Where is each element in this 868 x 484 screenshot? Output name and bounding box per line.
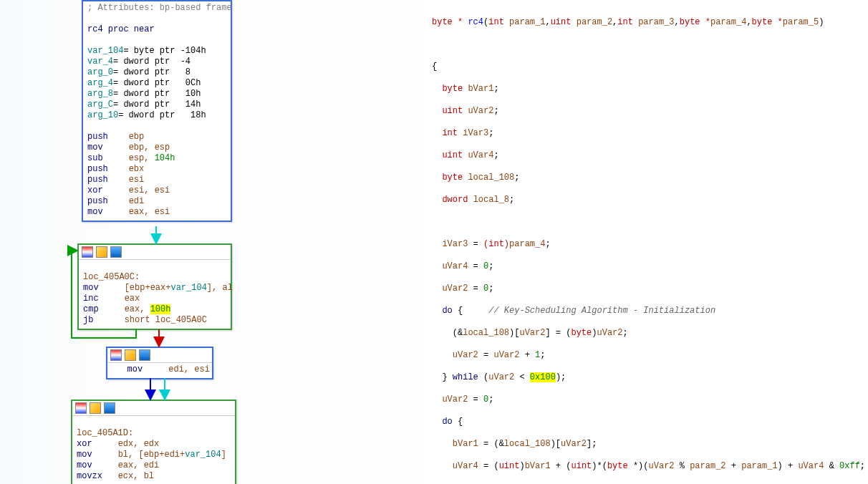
graph-node-prologue[interactable]: ; Attributes: bp-based frame rc4 proc ne… [82,0,232,222]
code-line: { [432,62,868,73]
node-icon-bar [72,401,235,416]
code-line: do { [432,417,868,428]
graph-node-loc405a0c[interactable]: loc_405A0C: mov [ebp+eax+var_104], al in… [77,243,232,330]
view-icon[interactable] [110,349,122,361]
code-line: dword local_8; [432,195,868,206]
code-line: uint uVar4; [432,150,868,162]
code-line: byte local_108; [432,173,868,184]
node-content: loc_405A1D: xor edx, edx mov bl, [ebp+ed… [72,416,235,484]
view-icon[interactable] [75,402,87,414]
code-line: byte * rc4(int param_1,uint param_2,int … [432,17,868,29]
proc-name: rc4 proc near [87,24,155,34]
asm-comment: ; Attributes: bp-based frame [87,3,232,13]
node-content: loc_405A0C: mov [ebp+eax+var_104], al in… [79,260,231,329]
code-line: iVar3 = (int)param_4; [432,239,868,251]
graph-node-loc405a1d[interactable]: loc_405A1D: xor edx, edx mov bl, [ebp+ed… [71,400,236,484]
code-line: uint uVar2; [432,106,868,117]
node-icon-bar [79,245,231,260]
node-content: ; Attributes: bp-based frame rc4 proc ne… [83,1,231,221]
edit-icon[interactable] [90,402,101,414]
code-line [432,39,868,51]
code-line: uVar4 = 0; [432,261,868,273]
code-line: do { // Key-Scheduling Algorithm - Initi… [432,306,868,317]
disassembly-graph-pane[interactable]: ; Attributes: bp-based frame rc4 proc ne… [0,0,426,484]
code-line: uVar2 = 0; [432,395,868,406]
code-line: uVar4 = (uint)bVar1 + (uint)*(byte *)(uV… [432,461,868,473]
graph-node-mov-edi[interactable]: mov edi, esi [106,347,213,379]
code-line: } while (uVar2 < 0x100); [432,372,868,384]
edit-icon[interactable] [125,349,136,361]
code-line: uVar2 = uVar2 + 1; [432,350,868,362]
flow-icon[interactable] [139,349,150,361]
code-line: bVar1 = (&local_108)[uVar2]; [432,439,868,450]
code-line: byte bVar1; [432,84,868,95]
node-icon-bar [107,348,212,363]
node-content: mov edi, esi [107,363,212,378]
flow-icon[interactable] [110,246,122,258]
code-line: (&local_108)[uVar2] = (byte)uVar2; [432,328,868,339]
edit-icon[interactable] [96,246,107,258]
view-icon[interactable] [82,246,93,258]
code-line: int iVar3; [432,128,868,140]
flow-icon[interactable] [104,402,115,414]
code-line: uVar2 = 0; [432,284,868,295]
decompiled-code-pane[interactable]: byte * rc4(int param_1,uint param_2,int … [426,0,868,484]
code-line [432,217,868,228]
